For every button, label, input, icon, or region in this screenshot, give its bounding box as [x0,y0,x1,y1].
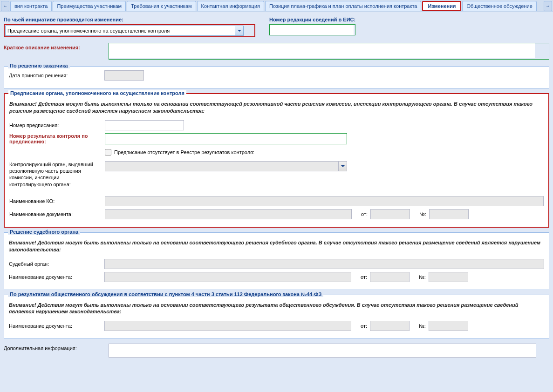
tab-public-discussion[interactable]: Общественное обсуждение [462,1,536,11]
short-desc-highlight [109,43,549,60]
order-from-label: от: [361,211,368,217]
short-desc-row: Краткое описание изменения: [4,43,549,60]
court-decision-warning: Внимание! Действия могут быть выполнены … [9,239,544,253]
tab-participant-advantages[interactable]: Преимущества участникам [53,1,126,11]
order-num-symbol-label: №: [419,211,426,217]
court-doc-name-input [104,272,351,282]
controlling-org-label: Контролирующий орган, выдавший резолютив… [9,161,105,188]
initiative-combo[interactable] [5,26,244,36]
result-num-input[interactable] [105,134,347,144]
court-from-input [370,272,410,282]
additional-info-textarea[interactable] [109,344,536,358]
public-from-input [370,321,410,331]
control-order-fieldset: Предписание органа, уполномоченного на о… [4,93,549,228]
court-num-label: №: [419,274,426,280]
court-input [104,259,544,269]
order-num-input[interactable] [105,120,184,130]
additional-info-label: Дополнительная информация: [4,344,109,351]
court-label: Судебный орган: [9,261,104,267]
order-from-input [370,209,410,219]
initiative-input[interactable] [6,26,235,35]
short-desc-textarea[interactable] [109,43,535,58]
controlling-org-combo[interactable] [105,161,347,171]
order-doc-name-label: Наименование документа: [9,211,105,217]
control-order-legend: Предписание органа, уполномоченного на о… [8,90,186,96]
public-doc-name-label: Наименование документа: [9,323,104,329]
ko-name-label: Наименование КО: [9,198,105,204]
controlling-org-input [105,162,338,171]
order-doc-name-input [105,209,352,219]
public-from-label: от: [361,323,367,329]
public-discussion-warning: Внимание! Действия могут быть выполнены … [9,302,544,316]
decision-date-label: Дата принятия решения: [9,73,104,78]
tab-participant-requirements[interactable]: Требования к участникам [127,1,196,11]
court-decision-fieldset: Решение судебного органа Внимание! Дейст… [4,232,549,290]
public-num-label: №: [419,323,426,329]
order-num-symbol-input [429,209,469,219]
result-num-label: Номер результата контроля по предписанию… [9,133,105,144]
tabs-scroll-right[interactable]: → [544,1,552,11]
customer-decision-fieldset: По решению заказчика Дата принятия решен… [4,66,549,88]
public-num-input [429,321,468,331]
public-discussion-fieldset: По результатам общественного обсуждения … [4,295,549,339]
court-from-label: от: [361,274,367,280]
court-num-input [429,272,468,282]
decision-date-input [104,70,144,81]
arrow-right-icon: → [546,3,550,8]
tabs-scroll-left[interactable]: ← [1,1,9,11]
order-missing-checkbox[interactable] [105,149,111,155]
edition-label: Номер редакции сведений в ЕИС: [269,17,355,22]
court-decision-legend: Решение судебного органа [8,229,80,235]
arrow-left-icon: ← [3,3,7,8]
order-missing-checkbox-label: Предписание отсутствует в Реестре резуль… [114,149,254,155]
initiative-highlight [4,24,255,37]
chevron-down-icon[interactable] [338,162,347,171]
control-order-warning: Внимание! Действия могут быть выполнены … [9,101,544,115]
content-area: По чьей инициативе производится изменени… [0,12,553,358]
short-desc-label: Краткое описание изменения: [4,43,109,50]
tabs-bar: ← вия контракта Преимущества участникам … [0,0,553,12]
tab-changes[interactable]: Изменения [422,1,461,11]
tab-schedule-position[interactable]: Позиция плана-графика и план оплаты испо… [265,1,421,11]
initiative-label: По чьей инициативе производится изменени… [4,17,255,22]
ko-name-input [105,196,544,206]
tabs-list: вия контракта Преимущества участникам Тр… [10,1,543,11]
top-row: По чьей инициативе производится изменени… [4,17,549,37]
edition-highlight [269,24,355,35]
public-discussion-legend: По результатам общественного обсуждения … [8,291,323,297]
edition-input[interactable] [270,25,354,35]
chevron-down-icon[interactable] [235,26,243,35]
customer-decision-legend: По решению заказчика [8,63,70,68]
court-doc-name-label: Наименование документа: [9,274,104,280]
tab-contact-info[interactable]: Контактная информация [197,1,264,11]
result-num-highlight [105,133,347,144]
order-num-label: Номер предписания: [9,122,105,128]
public-doc-name-input [104,321,351,331]
tab-contract-conditions[interactable]: вия контракта [10,1,52,11]
